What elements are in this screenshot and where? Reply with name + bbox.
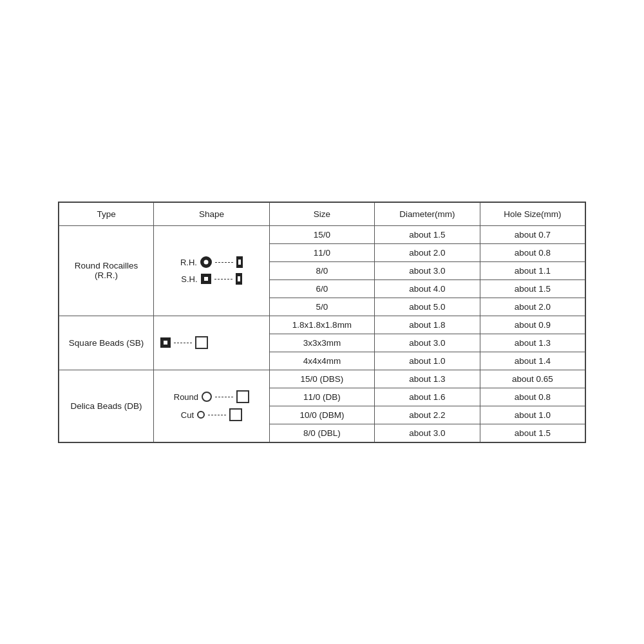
sh-label: S.H.: [181, 274, 197, 284]
size-cell: 8/0: [269, 261, 374, 279]
diameter-cell: about 1.5: [375, 225, 480, 243]
hole-cell: about 1.4: [480, 352, 585, 370]
hole-cell: about 1.0: [480, 406, 585, 424]
bead-reference-table: Type Shape Size Diameter(mm) Hole Size(m…: [59, 202, 585, 442]
sb-large-square-icon: [195, 336, 208, 349]
dashes-icon-2: [214, 279, 232, 279]
size-cell: 10/0 (DBM): [269, 406, 374, 424]
header-type: Type: [59, 202, 154, 225]
sh-square-icon: [201, 274, 211, 284]
hole-cell: about 1.1: [480, 261, 585, 279]
type-delica-beads: Delica Beads (DB): [59, 370, 154, 442]
sh-end-square-icon: [236, 273, 242, 285]
rh-circle-icon: [200, 256, 212, 268]
size-cell: 8/0 (DBL): [269, 424, 374, 442]
shape-row-rh: R.H.: [180, 256, 243, 268]
shape-row-db-cut: Cut: [181, 408, 242, 421]
header-diameter: Diameter(mm): [375, 202, 480, 225]
size-cell: 15/0: [269, 225, 374, 243]
hole-cell: about 1.3: [480, 334, 585, 352]
hole-cell: about 2.0: [480, 298, 585, 316]
dashes-icon-5: [208, 415, 226, 415]
rh-end-square-icon: [236, 256, 243, 268]
shape-row-db-round: Round: [174, 390, 249, 403]
size-cell: 1.8x1.8x1.8mm: [269, 316, 374, 334]
round-label: Round: [174, 392, 198, 402]
shape-row-sh: S.H.: [181, 273, 242, 285]
type-square-beads: Square Beads (SB): [59, 316, 154, 370]
page-container: Type Shape Size Diameter(mm) Hole Size(m…: [0, 0, 644, 644]
size-cell: 3x3x3mm: [269, 334, 374, 352]
diameter-cell: about 3.0: [375, 424, 480, 442]
rh-label: R.H.: [180, 258, 197, 267]
shape-row-sb: [160, 336, 263, 349]
size-cell: 11/0 (DB): [269, 388, 374, 406]
size-cell: 15/0 (DBS): [269, 370, 374, 388]
table-row: Square Beads (SB) 1.8x1.8x1.8mm about 1.…: [59, 316, 585, 334]
diameter-cell: about 1.3: [375, 370, 480, 388]
size-cell: 11/0: [269, 243, 374, 261]
shape-round-rocailles: R.H. S.H.: [154, 225, 270, 316]
hole-cell: about 1.5: [480, 279, 585, 298]
db-round-square-icon: [236, 390, 249, 403]
header-size: Size: [269, 202, 374, 225]
diameter-cell: about 4.0: [375, 279, 480, 298]
dashes-icon-3: [174, 343, 192, 343]
table-row: Delica Beads (DB) Round Cut: [59, 370, 585, 388]
db-round-circle-icon: [202, 392, 212, 402]
dashes-icon: [215, 262, 233, 263]
hole-cell: about 0.9: [480, 316, 585, 334]
header-hole: Hole Size(mm): [480, 202, 585, 225]
size-cell: 4x4x4mm: [269, 352, 374, 370]
hole-cell: about 0.8: [480, 243, 585, 261]
diameter-cell: about 5.0: [375, 298, 480, 316]
shape-group-rr: R.H. S.H.: [160, 252, 263, 289]
hole-cell: about 0.65: [480, 370, 585, 388]
diameter-cell: about 1.0: [375, 352, 480, 370]
table-wrapper: Type Shape Size Diameter(mm) Hole Size(m…: [58, 202, 586, 443]
diameter-cell: about 2.2: [375, 406, 480, 424]
diameter-cell: about 1.6: [375, 388, 480, 406]
shape-delica-beads: Round Cut: [154, 370, 270, 442]
diameter-cell: about 3.0: [375, 261, 480, 279]
shape-square-beads: [154, 316, 270, 370]
hole-cell: about 0.8: [480, 388, 585, 406]
size-cell: 5/0: [269, 298, 374, 316]
diameter-cell: about 2.0: [375, 243, 480, 261]
dashes-icon-4: [215, 397, 233, 397]
table-row: Round Rocailles (R.R.) R.H. S.H.: [59, 225, 585, 243]
header-shape: Shape: [154, 202, 270, 225]
diameter-cell: about 3.0: [375, 334, 480, 352]
db-cut-square-icon: [229, 408, 242, 421]
hole-cell: about 0.7: [480, 225, 585, 243]
cut-label: Cut: [181, 410, 194, 420]
size-cell: 6/0: [269, 279, 374, 298]
diameter-cell: about 1.8: [375, 316, 480, 334]
shape-group-db: Round Cut: [160, 386, 263, 425]
db-cut-circle-icon: [197, 411, 205, 419]
hole-cell: about 1.5: [480, 424, 585, 442]
sb-small-square-icon: [160, 337, 171, 348]
type-round-rocailles: Round Rocailles (R.R.): [59, 225, 154, 316]
